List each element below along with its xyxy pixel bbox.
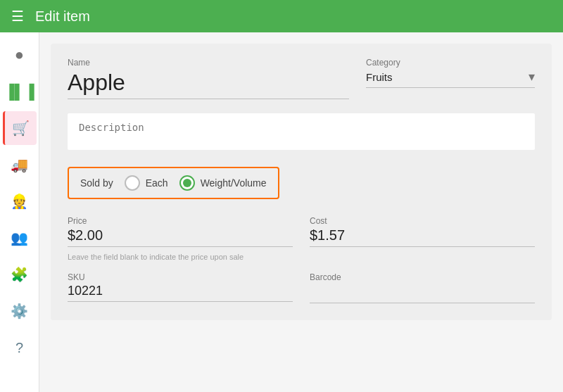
radio-weight-label: Weight/Volume (201, 177, 267, 189)
description-input[interactable] (68, 113, 535, 150)
sku-label: SKU (68, 272, 293, 282)
main-layout: ● ▐▌▐ 🛒 🚚 👷 👥 🧩 ⚙️ ? (0, 32, 563, 392)
sku-barcode-row: SKU 10221 Barcode (68, 272, 535, 303)
chart-icon: ▐▌▐ (4, 84, 34, 100)
help-icon: ? (15, 340, 23, 356)
gear-icon: ⚙️ (11, 303, 28, 320)
chevron-down-icon: ▾ (529, 69, 535, 84)
name-value[interactable]: Apple (68, 69, 349, 99)
content-area: Name Apple Category Fruits ▾ Sold by (39, 32, 563, 392)
sku-value[interactable]: 10221 (68, 284, 293, 302)
price-value[interactable]: $2.00 (68, 227, 293, 247)
sidebar-item-inventory[interactable]: 🚚 (3, 148, 37, 182)
sidebar-item-employees[interactable]: 👷 (3, 184, 37, 218)
price-hint: Leave the field blank to indicate the pr… (68, 253, 535, 261)
puzzle-icon: 🧩 (11, 266, 28, 283)
price-cost-row: Price $2.00 Cost $1.57 (68, 216, 535, 247)
sold-by-label: Sold by (80, 177, 113, 189)
cost-section: Cost $1.57 (310, 216, 535, 247)
barcode-value[interactable] (310, 284, 535, 303)
name-label: Name (68, 58, 349, 68)
cart-icon: 🛒 (12, 120, 30, 137)
radio-each-option[interactable]: Each (125, 175, 168, 191)
sidebar-item-pos[interactable]: 🛒 (3, 111, 37, 145)
barcode-section: Barcode (310, 272, 535, 303)
barcode-label: Barcode (310, 272, 535, 282)
price-section: Price $2.00 (68, 216, 293, 247)
sidebar-item-user[interactable]: ● (3, 38, 37, 72)
people-icon: 👥 (11, 229, 28, 246)
radio-weight-option[interactable]: Weight/Volume (179, 175, 267, 191)
sidebar-item-integrations[interactable]: 🧩 (3, 258, 37, 291)
page-title: Edit item (35, 8, 90, 25)
truck-icon: 🚚 (11, 156, 28, 173)
sidebar-item-customers[interactable]: 👥 (3, 221, 37, 255)
form-card: Name Apple Category Fruits ▾ Sold by (51, 44, 552, 320)
category-value: Fruits (366, 71, 529, 83)
price-label: Price (68, 216, 293, 226)
category-select[interactable]: Fruits ▾ (366, 69, 535, 88)
sidebar: ● ▐▌▐ 🛒 🚚 👷 👥 🧩 ⚙️ ? (0, 32, 39, 392)
sold-by-box: Sold by Each Weight/Volume (68, 167, 279, 199)
sidebar-item-settings[interactable]: ⚙️ (3, 294, 37, 328)
category-label: Category (366, 58, 535, 68)
sidebar-item-help[interactable]: ? (3, 331, 37, 365)
menu-icon[interactable]: ☰ (11, 8, 24, 25)
cost-label: Cost (310, 216, 535, 226)
radio-each-circle[interactable] (125, 175, 140, 191)
name-category-row: Name Apple Category Fruits ▾ (68, 58, 535, 99)
badge-icon: 👷 (11, 193, 28, 210)
category-section: Category Fruits ▾ (366, 58, 535, 88)
cost-value[interactable]: $1.57 (310, 227, 535, 247)
radio-weight-circle[interactable] (179, 175, 195, 191)
name-section: Name Apple (68, 58, 349, 99)
radio-each-label: Each (146, 177, 168, 189)
sidebar-item-analytics[interactable]: ▐▌▐ (3, 75, 37, 108)
user-icon: ● (15, 46, 24, 64)
sku-section: SKU 10221 (68, 272, 293, 303)
topbar: ☰ Edit item (0, 0, 563, 32)
